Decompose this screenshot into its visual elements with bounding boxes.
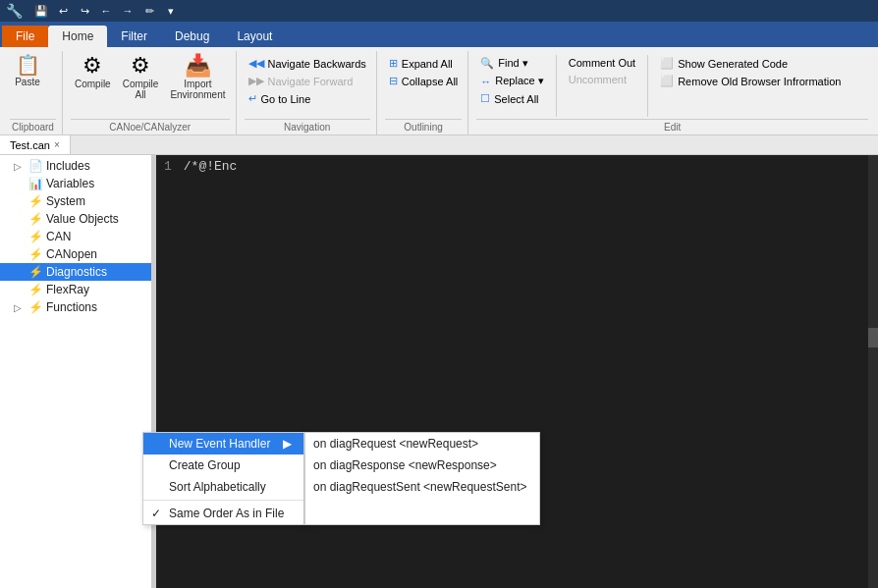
context-menu-create-group[interactable]: Create Group: [143, 454, 303, 476]
tree-item-value-objects[interactable]: ⚡ Value Objects: [0, 210, 151, 228]
dropdown-btn[interactable]: ▾: [161, 2, 181, 20]
remove-old-icon: ⬜: [660, 75, 674, 87]
ribbon-group-navigation: ◀◀ Navigate Backwards ▶▶ Navigate Forwar…: [239, 51, 377, 134]
tree-item-flexray[interactable]: ⚡ FlexRay: [0, 281, 151, 298]
forward-btn[interactable]: →: [118, 2, 137, 20]
ribbon-tab-bar: File Home Filter Debug Layout: [0, 22, 878, 47]
pencil-btn[interactable]: ✏: [139, 2, 159, 20]
select-all-icon: ☐: [480, 92, 490, 105]
vertical-scrollbar[interactable]: [868, 155, 878, 588]
tab-home[interactable]: Home: [48, 26, 107, 47]
save-btn[interactable]: 💾: [31, 2, 51, 20]
content-area: ▷ 📄 Includes 📊 Variables ⚡ System ⚡: [0, 155, 878, 588]
paste-button[interactable]: 📋 Paste: [10, 53, 45, 89]
replace-icon: ↔: [480, 76, 491, 87]
expand-all-button[interactable]: ⊞ Expand All: [385, 55, 462, 72]
compile-all-button[interactable]: ⚙ CompileAll: [119, 53, 163, 102]
tab-filter[interactable]: Filter: [107, 26, 161, 47]
left-tree-panel: ▷ 📄 Includes 📊 Variables ⚡ System ⚡: [0, 155, 152, 588]
back-btn[interactable]: ←: [96, 2, 116, 20]
nav-backwards-button[interactable]: ◀◀ Navigate Backwards: [245, 55, 370, 72]
context-menu-divider: [143, 500, 303, 501]
nav-forward-button[interactable]: ▶▶ Navigate Forward: [245, 73, 370, 89]
compile-all-icon: ⚙: [131, 55, 150, 77]
outlining-buttons: ⊞ Expand All ⊟ Collapse All: [385, 51, 462, 119]
scrollbar-thumb[interactable]: [868, 328, 878, 347]
import-env-icon: 📥: [185, 55, 211, 77]
includes-icon: 📄: [27, 158, 43, 174]
close-tab-icon[interactable]: ×: [54, 139, 60, 150]
find-col: 🔍 Find ▾ ↔ Replace ▾ ☐ Select All: [476, 53, 547, 107]
tree-item-includes[interactable]: ▷ 📄 Includes: [0, 157, 151, 175]
nav-back-icon: ◀◀: [248, 57, 264, 70]
submenu: on diagRequest <newRequest> on diagRespo…: [304, 432, 540, 525]
doc-tab-test-can[interactable]: Test.can ×: [0, 135, 71, 154]
remove-old-browser-button[interactable]: ⬜ Remove Old Browser Infrormation: [656, 73, 845, 89]
expand-icon: ▷: [14, 161, 27, 172]
edit-buttons: 🔍 Find ▾ ↔ Replace ▾ ☐ Select All Commen…: [476, 51, 868, 119]
outlining-col: ⊞ Expand All ⊟ Collapse All: [385, 53, 462, 89]
tree-item-functions[interactable]: ▷ ⚡ Functions: [0, 298, 151, 316]
diagnostics-icon: ⚡: [27, 264, 43, 280]
navigation-buttons: ◀◀ Navigate Backwards ▶▶ Navigate Forwar…: [245, 51, 370, 119]
tab-debug[interactable]: Debug: [161, 26, 223, 47]
context-menu: New Event Handler ▶ Create Group Sort Al…: [142, 432, 304, 525]
show-generated-button[interactable]: ⬜ Show Generated Code: [656, 55, 845, 72]
import-env-button[interactable]: 📥 ImportEnvironment: [166, 53, 229, 102]
find-icon: 🔍: [480, 57, 494, 70]
functions-icon: ⚡: [27, 299, 43, 315]
submenu-diag-response[interactable]: on diagResponse <newResponse>: [305, 454, 539, 476]
ribbon-group-compile: ⚙ Compile ⚙ CompileAll 📥 ImportEnvironme…: [65, 51, 237, 134]
clipboard-buttons: 📋 Paste: [10, 51, 56, 119]
ribbon-group-edit: 🔍 Find ▾ ↔ Replace ▾ ☐ Select All Commen…: [470, 51, 874, 134]
ribbon-group-outlining: ⊞ Expand All ⊟ Collapse All Outlining: [379, 51, 468, 134]
replace-button[interactable]: ↔ Replace ▾: [476, 73, 547, 89]
generated-col: ⬜ Show Generated Code ⬜ Remove Old Brows…: [656, 53, 845, 89]
comment-col: Comment Out Uncomment: [565, 53, 639, 87]
navigation-label: Navigation: [245, 119, 370, 134]
compile-icon: ⚙: [82, 55, 102, 77]
value-objects-icon: ⚡: [27, 211, 43, 227]
window-controls: 🔧: [6, 3, 22, 19]
tree-view: ▷ 📄 Includes 📊 Variables ⚡ System ⚡: [0, 155, 151, 588]
tree-item-diagnostics[interactable]: ⚡ Diagnostics: [0, 263, 151, 281]
context-menu-sort-alpha[interactable]: Sort Alphabetically: [143, 476, 303, 498]
compile-button[interactable]: ⚙ Compile: [71, 53, 115, 91]
tab-bar: Test.can ×: [0, 135, 878, 155]
submenu-diag-request[interactable]: on diagRequest <newRequest>: [305, 433, 539, 454]
compile-label: CANoe/CANalyzer: [71, 119, 230, 134]
tree-item-system[interactable]: ⚡ System: [0, 192, 151, 210]
can-icon: ⚡: [27, 229, 43, 244]
uncomment-button[interactable]: Uncomment: [565, 72, 639, 87]
canopen-icon: ⚡: [27, 246, 43, 262]
tree-item-can[interactable]: ⚡ CAN: [0, 228, 151, 245]
context-menu-new-event-handler[interactable]: New Event Handler ▶: [143, 433, 303, 454]
ribbon-group-clipboard: 📋 Paste Clipboard: [4, 51, 63, 134]
tab-file[interactable]: File: [2, 26, 48, 47]
same-order-check: ✓: [151, 507, 165, 520]
go-to-line-button[interactable]: ↵ Go to Line: [245, 90, 370, 107]
collapse-all-button[interactable]: ⊟ Collapse All: [385, 73, 462, 89]
nav-col: ◀◀ Navigate Backwards ▶▶ Navigate Forwar…: [245, 53, 370, 107]
expand-icon: ▷: [14, 302, 27, 313]
undo-btn[interactable]: ↩: [53, 2, 73, 20]
tree-item-canopen[interactable]: ⚡ CANopen: [0, 245, 151, 263]
tab-layout[interactable]: Layout: [223, 26, 286, 47]
new-event-arrow: ▶: [283, 437, 292, 451]
go-to-line-icon: ↵: [248, 92, 257, 105]
context-menu-same-order[interactable]: ✓ Same Order As in File: [143, 503, 303, 524]
clipboard-label: Clipboard: [10, 119, 56, 134]
find-button[interactable]: 🔍 Find ▾: [476, 55, 547, 72]
select-all-button[interactable]: ☐ Select All: [476, 90, 547, 107]
redo-btn[interactable]: ↪: [75, 2, 94, 20]
paste-icon: 📋: [16, 55, 40, 75]
comment-out-button[interactable]: Comment Out: [565, 55, 639, 71]
outlining-label: Outlining: [385, 119, 462, 134]
variables-icon: 📊: [27, 176, 43, 191]
submenu-diag-request-sent[interactable]: on diagRequestSent <newRequestSent>: [305, 476, 539, 498]
flexray-icon: ⚡: [27, 282, 43, 297]
collapse-all-icon: ⊟: [389, 75, 398, 87]
tree-item-variables[interactable]: 📊 Variables: [0, 175, 151, 192]
title-bar: 🔧 💾 ↩ ↪ ← → ✏ ▾: [0, 0, 878, 22]
nav-fwd-icon: ▶▶: [248, 75, 264, 87]
